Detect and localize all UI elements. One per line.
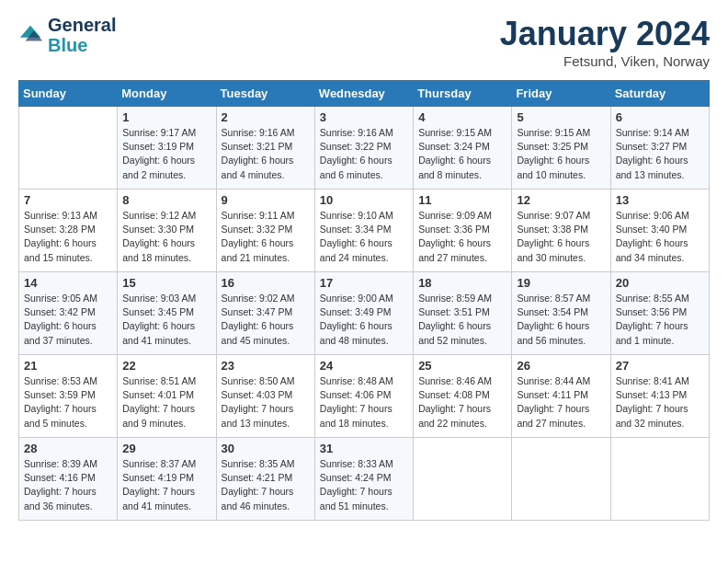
day-cell: 31Sunrise: 8:33 AMSunset: 4:24 PMDayligh… [314, 438, 413, 521]
day-cell: 27Sunrise: 8:41 AMSunset: 4:13 PMDayligh… [610, 355, 709, 438]
day-number: 5 [517, 110, 605, 124]
day-info: Sunrise: 8:35 AMSunset: 4:21 PMDaylight:… [222, 457, 310, 513]
col-header-sunday: Sunday [19, 81, 118, 107]
day-info: Sunrise: 9:16 AMSunset: 3:21 PMDaylight:… [222, 126, 310, 182]
col-header-monday: Monday [118, 81, 216, 107]
day-info: Sunrise: 8:46 AMSunset: 4:08 PMDaylight:… [418, 374, 506, 431]
day-cell: 8Sunrise: 9:12 AMSunset: 3:30 PMDaylight… [118, 190, 216, 272]
week-row-3: 14Sunrise: 9:05 AMSunset: 3:42 PMDayligh… [19, 272, 710, 355]
day-number: 12 [517, 193, 605, 207]
day-cell: 9Sunrise: 9:11 AMSunset: 3:32 PMDaylight… [216, 190, 314, 272]
day-info: Sunrise: 9:15 AMSunset: 3:25 PMDaylight:… [517, 126, 605, 182]
day-number: 6 [616, 110, 704, 124]
week-row-4: 21Sunrise: 8:53 AMSunset: 3:59 PMDayligh… [19, 355, 710, 438]
col-header-tuesday: Tuesday [216, 81, 314, 107]
day-cell: 30Sunrise: 8:35 AMSunset: 4:21 PMDayligh… [216, 438, 314, 521]
day-info: Sunrise: 9:11 AMSunset: 3:32 PMDaylight:… [222, 209, 310, 265]
day-cell: 25Sunrise: 8:46 AMSunset: 4:08 PMDayligh… [414, 355, 512, 438]
day-number: 29 [122, 442, 210, 455]
day-number: 28 [24, 442, 112, 455]
day-info: Sunrise: 9:03 AMSunset: 3:45 PMDaylight:… [122, 292, 210, 348]
logo-icon [18, 22, 44, 48]
day-number: 24 [320, 359, 408, 373]
day-info: Sunrise: 9:16 AMSunset: 3:22 PMDaylight:… [320, 126, 408, 182]
day-info: Sunrise: 8:50 AMSunset: 4:03 PMDaylight:… [222, 374, 310, 431]
location: Fetsund, Viken, Norway [500, 53, 710, 69]
title-block: January 2024 Fetsund, Viken, Norway [500, 15, 710, 69]
day-number: 10 [320, 193, 408, 207]
day-cell: 7Sunrise: 9:13 AMSunset: 3:28 PMDaylight… [19, 190, 118, 272]
col-header-friday: Friday [512, 81, 610, 107]
logo-line2: Blue [48, 35, 116, 55]
day-number: 11 [418, 193, 506, 207]
logo-line1: General [48, 15, 116, 35]
day-number: 7 [24, 193, 112, 207]
header-row: SundayMondayTuesdayWednesdayThursdayFrid… [19, 81, 710, 107]
day-cell: 11Sunrise: 9:09 AMSunset: 3:36 PMDayligh… [414, 190, 512, 272]
col-header-thursday: Thursday [414, 81, 512, 107]
day-info: Sunrise: 8:44 AMSunset: 4:11 PMDaylight:… [517, 374, 605, 431]
day-cell: 19Sunrise: 8:57 AMSunset: 3:54 PMDayligh… [512, 272, 610, 355]
day-cell: 12Sunrise: 9:07 AMSunset: 3:38 PMDayligh… [512, 190, 610, 272]
day-info: Sunrise: 8:39 AMSunset: 4:16 PMDaylight:… [24, 457, 112, 513]
day-info: Sunrise: 8:57 AMSunset: 3:54 PMDaylight:… [517, 292, 605, 348]
day-cell: 4Sunrise: 9:15 AMSunset: 3:24 PMDaylight… [414, 107, 512, 190]
day-cell: 17Sunrise: 9:00 AMSunset: 3:49 PMDayligh… [314, 272, 413, 355]
day-number: 8 [122, 193, 210, 207]
day-number: 2 [222, 110, 310, 124]
day-info: Sunrise: 9:09 AMSunset: 3:36 PMDaylight:… [418, 209, 506, 265]
month-title: January 2024 [500, 15, 710, 53]
day-number: 18 [418, 276, 506, 290]
day-number: 15 [122, 276, 210, 290]
day-cell: 5Sunrise: 9:15 AMSunset: 3:25 PMDaylight… [512, 107, 610, 190]
day-cell: 13Sunrise: 9:06 AMSunset: 3:40 PMDayligh… [610, 190, 709, 272]
col-header-saturday: Saturday [610, 81, 709, 107]
week-row-5: 28Sunrise: 8:39 AMSunset: 4:16 PMDayligh… [19, 438, 710, 521]
day-number: 4 [418, 110, 506, 124]
day-cell: 16Sunrise: 9:02 AMSunset: 3:47 PMDayligh… [216, 272, 314, 355]
day-number: 22 [122, 359, 210, 373]
day-cell: 20Sunrise: 8:55 AMSunset: 3:56 PMDayligh… [610, 272, 709, 355]
day-info: Sunrise: 8:55 AMSunset: 3:56 PMDaylight:… [616, 292, 704, 348]
col-header-wednesday: Wednesday [314, 81, 413, 107]
day-cell: 14Sunrise: 9:05 AMSunset: 3:42 PMDayligh… [19, 272, 118, 355]
day-number: 1 [122, 110, 210, 124]
day-number: 16 [222, 276, 310, 290]
week-row-1: 1Sunrise: 9:17 AMSunset: 3:19 PMDaylight… [19, 107, 710, 190]
day-cell: 28Sunrise: 8:39 AMSunset: 4:16 PMDayligh… [19, 438, 118, 521]
day-cell: 10Sunrise: 9:10 AMSunset: 3:34 PMDayligh… [314, 190, 413, 272]
day-cell: 1Sunrise: 9:17 AMSunset: 3:19 PMDaylight… [118, 107, 216, 190]
day-number: 19 [517, 276, 605, 290]
day-cell: 24Sunrise: 8:48 AMSunset: 4:06 PMDayligh… [314, 355, 413, 438]
day-number: 20 [616, 276, 704, 290]
day-info: Sunrise: 9:06 AMSunset: 3:40 PMDaylight:… [616, 209, 704, 265]
day-number: 13 [616, 193, 704, 207]
day-number: 30 [222, 442, 310, 455]
day-number: 25 [418, 359, 506, 373]
day-number: 3 [320, 110, 408, 124]
day-cell: 23Sunrise: 8:50 AMSunset: 4:03 PMDayligh… [216, 355, 314, 438]
day-info: Sunrise: 8:33 AMSunset: 4:24 PMDaylight:… [320, 457, 408, 513]
day-number: 21 [24, 359, 112, 373]
day-info: Sunrise: 8:41 AMSunset: 4:13 PMDaylight:… [616, 374, 704, 431]
day-cell: 29Sunrise: 8:37 AMSunset: 4:19 PMDayligh… [118, 438, 216, 521]
day-cell [19, 107, 118, 190]
day-number: 23 [222, 359, 310, 373]
day-number: 26 [517, 359, 605, 373]
page-header: General Blue January 2024 Fetsund, Viken… [18, 15, 710, 69]
day-info: Sunrise: 9:05 AMSunset: 3:42 PMDaylight:… [24, 292, 112, 348]
day-number: 27 [616, 359, 704, 373]
day-cell: 26Sunrise: 8:44 AMSunset: 4:11 PMDayligh… [512, 355, 610, 438]
week-row-2: 7Sunrise: 9:13 AMSunset: 3:28 PMDaylight… [19, 190, 710, 272]
day-info: Sunrise: 9:10 AMSunset: 3:34 PMDaylight:… [320, 209, 408, 265]
day-info: Sunrise: 8:48 AMSunset: 4:06 PMDaylight:… [320, 374, 408, 431]
day-info: Sunrise: 9:02 AMSunset: 3:47 PMDaylight:… [222, 292, 310, 348]
day-number: 31 [320, 442, 408, 455]
day-cell [610, 438, 709, 521]
day-info: Sunrise: 9:00 AMSunset: 3:49 PMDaylight:… [320, 292, 408, 348]
day-info: Sunrise: 8:37 AMSunset: 4:19 PMDaylight:… [122, 457, 210, 513]
day-info: Sunrise: 8:51 AMSunset: 4:01 PMDaylight:… [122, 374, 210, 431]
day-info: Sunrise: 9:07 AMSunset: 3:38 PMDaylight:… [517, 209, 605, 265]
day-number: 14 [24, 276, 112, 290]
day-cell: 2Sunrise: 9:16 AMSunset: 3:21 PMDaylight… [216, 107, 314, 190]
